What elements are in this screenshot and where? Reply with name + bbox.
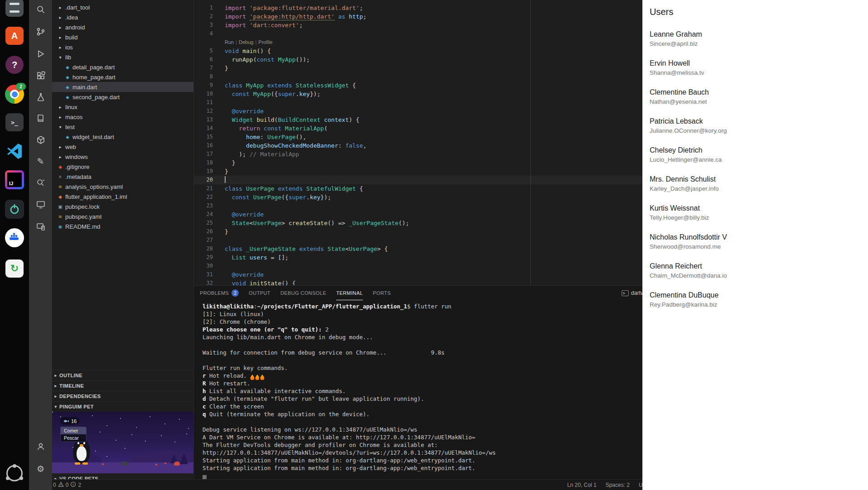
- docker-icon[interactable]: [4, 227, 25, 248]
- tree-item-build[interactable]: ▸build: [52, 32, 193, 42]
- app-center-icon[interactable]: A: [4, 25, 25, 46]
- user-list-item[interactable]: Leanne GrahamSincere@april.biz: [642, 25, 868, 54]
- tree-item-home_page.dart[interactable]: ◈home_page.dart: [52, 72, 193, 82]
- codelens-profile[interactable]: Profile: [258, 39, 272, 45]
- remote-explorer-icon[interactable]: [35, 199, 47, 211]
- vscode-icon[interactable]: [4, 141, 25, 162]
- intellij-icon[interactable]: IJ: [4, 169, 25, 190]
- tab-terminal[interactable]: TERMINAL: [336, 286, 363, 300]
- section-vscode-pets[interactable]: ▸ VS CODE PETS: [52, 473, 193, 479]
- code-line-25: 25 State<UserPage> createState() => _Use…: [193, 219, 642, 227]
- section-pinguim-pet[interactable]: ▾ PINGUIM PET: [52, 401, 193, 412]
- edit-icon[interactable]: ✎: [35, 155, 47, 167]
- extensions-icon[interactable]: [35, 70, 47, 82]
- pet-menu-pescar[interactable]: Pescar: [61, 434, 86, 442]
- tab-output[interactable]: OUTPUT: [249, 286, 270, 300]
- testing-icon[interactable]: [35, 91, 47, 103]
- tab-ports[interactable]: PORTS: [373, 286, 391, 300]
- tree-item-android[interactable]: ▸android: [52, 22, 193, 32]
- tree-item-windows[interactable]: ▸windows: [52, 152, 193, 162]
- cursor-position[interactable]: Ln 20, Col 1: [567, 482, 597, 488]
- indentation[interactable]: Spaces: 2: [606, 482, 630, 488]
- run-and-debug-icon[interactable]: [35, 48, 47, 60]
- tree-item-web[interactable]: ▸web: [52, 142, 193, 152]
- tree-item-label: ios: [65, 44, 73, 51]
- search-icon[interactable]: [35, 4, 47, 15]
- codelens-debug[interactable]: Debug: [239, 39, 253, 45]
- code-line-31: 31 @override: [193, 270, 642, 279]
- software-updater-icon[interactable]: ↻: [4, 258, 25, 279]
- user-list-item[interactable]: Mrs. Dennis SchulistKarley_Dach@jasper.i…: [642, 170, 868, 199]
- tree-item-.metadata[interactable]: ≡.metadata: [52, 172, 193, 182]
- android-studio-logo: [8, 203, 21, 216]
- code-editor[interactable]: 1import 'package:flutter/material.dart';…: [193, 0, 642, 285]
- user-list-item[interactable]: Ervin HowellShanna@melissa.tv: [642, 54, 868, 83]
- user-list-item[interactable]: Kurtis WeissnatTelly.Hoeger@billy.biz: [642, 199, 868, 228]
- android-studio-icon[interactable]: [4, 199, 25, 220]
- source-control-icon[interactable]: [35, 26, 47, 38]
- fish-count-badge[interactable]: 16: [60, 417, 80, 425]
- tree-item-README.md[interactable]: ◉README.md: [52, 221, 193, 231]
- tree-item-second_page.dart[interactable]: ◈second_page.dart: [52, 92, 193, 102]
- shell-icon: >_: [622, 290, 629, 296]
- penguin-foot: [82, 462, 88, 465]
- user-list-item[interactable]: Chelsey DietrichLucio_Hettinger@annie.ca: [642, 141, 868, 170]
- tree-item-linux[interactable]: ▸linux: [52, 102, 193, 112]
- tree-item-.gitignore[interactable]: ◆.gitignore: [52, 162, 193, 172]
- tree-item-label: pubspec.yaml: [65, 213, 101, 220]
- pet-menu-comer[interactable]: Comer: [61, 427, 86, 434]
- user-list-item[interactable]: Clementina DuBuqueRey.Padberg@karina.biz: [642, 286, 868, 315]
- code-line-20: 20: [193, 176, 642, 184]
- references-icon[interactable]: [35, 112, 47, 124]
- tree-item-ios[interactable]: ▸ios: [52, 42, 193, 52]
- terminal-output[interactable]: likitha@likitha:~/projects/Flutter_APP/f…: [203, 303, 642, 479]
- tree-item-lib[interactable]: ▾lib: [52, 52, 193, 62]
- user-list-item[interactable]: Clementine BauchNathan@yesenia.net: [642, 83, 868, 112]
- tree-item-pubspec.lock[interactable]: ▣pubspec.lock: [52, 202, 193, 211]
- search-editor-icon[interactable]: [35, 177, 47, 189]
- settings-gear-icon[interactable]: ⚙: [35, 463, 47, 475]
- section-dependencies[interactable]: ▸ DEPENDENCIES: [52, 391, 193, 401]
- encoding[interactable]: UTF-8: [639, 482, 642, 488]
- code-line-2: 2import 'package:http/http.dart' as http…: [193, 12, 642, 21]
- tab-problems[interactable]: PROBLEMS2: [200, 286, 239, 300]
- tree-item-widget_test.dart[interactable]: ◈widget_test.dart: [52, 132, 193, 142]
- tree-item-pubspec.yaml[interactable]: ≋pubspec.yaml: [52, 211, 193, 221]
- line-number: 22: [193, 193, 213, 202]
- chevron-right-icon: ▸: [52, 394, 59, 399]
- tree-item-detail_page.dart[interactable]: ◈detail_page.dart: [52, 62, 193, 72]
- tree-item-main.dart[interactable]: ◈main.dart: [52, 82, 193, 92]
- tree-item-analysis_options.yaml[interactable]: ≋analysis_options.yaml: [52, 182, 193, 192]
- devices-icon[interactable]: [35, 221, 47, 233]
- chrome-icon[interactable]: 2: [4, 84, 25, 105]
- sidebar-sections: ▸ OUTLINE ▸ TIMELINE ▸ DEPENDENCIES ▾ PI…: [52, 370, 193, 479]
- code-line-27: 27: [193, 236, 642, 245]
- user-list-item[interactable]: Patricia LebsackJulianne.OConner@kory.or…: [642, 112, 868, 141]
- codelens-run[interactable]: Run: [225, 39, 234, 45]
- line-number: 1: [193, 4, 213, 12]
- chevron-down-icon: ▾: [57, 125, 64, 130]
- terminal-line: Flutter run key commands.: [203, 364, 642, 372]
- section-outline[interactable]: ▸ OUTLINE: [52, 370, 193, 380]
- code-lines: 1import 'package:flutter/material.dart';…: [193, 4, 642, 285]
- tree-item-flutter_application_1.iml[interactable]: ◆flutter_application_1.iml: [52, 192, 193, 202]
- tab-debug-console[interactable]: DEBUG CONSOLE: [280, 286, 326, 300]
- code-line-29: 29 List users = [];: [193, 253, 642, 262]
- help-icon[interactable]: ?: [4, 54, 25, 75]
- files-icon[interactable]: [4, 0, 25, 18]
- terminal-shell-picker[interactable]: >_ dartvm: [622, 286, 642, 300]
- containers-icon[interactable]: [35, 134, 47, 146]
- terminal-app-icon[interactable]: >_: [4, 112, 25, 133]
- user-list-item[interactable]: Nicholas Runolfsdottir VSherwood@rosamon…: [642, 228, 868, 257]
- user-list-item[interactable]: Glenna ReichertChaim_McDermott@dana.io: [642, 257, 868, 286]
- tree-item-label: README.md: [65, 223, 100, 230]
- tree-item-.idea[interactable]: ▸.idea: [52, 12, 193, 22]
- tree-item-.dart_tool[interactable]: ▸.dart_tool: [52, 2, 193, 12]
- file-icon-git: ◆: [57, 164, 64, 169]
- ubuntu-logo-icon[interactable]: [4, 463, 25, 484]
- panel-tabs: PROBLEMS2OUTPUTDEBUG CONSOLETERMINALPORT…: [200, 286, 391, 300]
- section-timeline[interactable]: ▸ TIMELINE: [52, 380, 193, 391]
- tree-item-test[interactable]: ▾test: [52, 122, 193, 132]
- accounts-icon[interactable]: [35, 441, 47, 452]
- tree-item-macos[interactable]: ▸macos: [52, 112, 193, 122]
